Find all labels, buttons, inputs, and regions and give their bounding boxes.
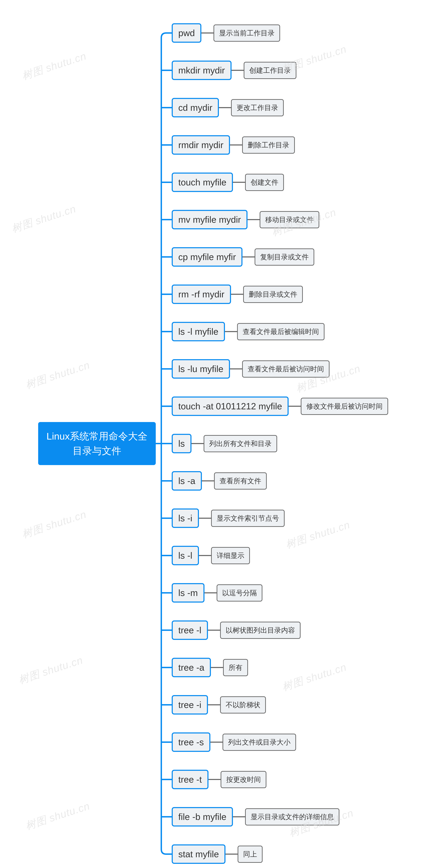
desc-node[interactable]: 更改工作目录 (231, 99, 284, 116)
root-line2: 目录与文件 (46, 443, 147, 458)
desc-node[interactable]: 显示目录或文件的详细信息 (245, 808, 339, 826)
desc-node[interactable]: 列出所有文件和目录 (204, 435, 277, 452)
cmd-node[interactable]: tree -l (172, 620, 208, 640)
desc-node[interactable]: 按更改时间 (220, 771, 266, 788)
cmd-node[interactable]: touch -at 01011212 myfile (172, 397, 288, 416)
desc-node[interactable]: 删除目录或文件 (243, 286, 303, 303)
desc-node[interactable]: 所有 (223, 659, 248, 676)
cmd-node[interactable]: mkdir mydir (172, 61, 232, 80)
cmd-node[interactable]: ls -lu myfile (172, 359, 230, 379)
desc-node[interactable]: 显示当前工作目录 (213, 25, 280, 42)
cmd-node[interactable]: tree -t (172, 770, 208, 789)
watermark: 树图 shutu.cn (17, 653, 85, 687)
cmd-node[interactable]: mv myfile mydir (172, 210, 247, 229)
desc-node[interactable]: 详细显示 (211, 547, 250, 564)
root-line1: Linux系统常用命令大全 (46, 429, 147, 443)
desc-node[interactable]: 创建工作目录 (244, 62, 297, 79)
desc-node[interactable]: 创建文件 (245, 174, 284, 191)
desc-node[interactable]: 列出文件或目录大小 (223, 734, 296, 751)
cmd-node[interactable]: touch myfile (172, 173, 233, 192)
desc-node[interactable]: 同上 (238, 846, 263, 863)
desc-node[interactable]: 以逗号分隔 (217, 584, 263, 601)
cmd-node[interactable]: rmdir mydir (172, 135, 230, 155)
cmd-node[interactable]: ls -a (172, 471, 202, 491)
desc-node[interactable]: 删除工作目录 (242, 136, 295, 154)
cmd-node[interactable]: rm -rf mydir (172, 284, 231, 304)
cmd-node[interactable]: cd mydir (172, 98, 219, 117)
desc-node[interactable]: 查看文件最后被访问时间 (242, 361, 330, 378)
desc-node[interactable]: 查看文件最后被编辑时间 (237, 323, 325, 340)
desc-node[interactable]: 以树状图列出目录内容 (220, 622, 301, 639)
desc-node[interactable]: 查看所有文件 (214, 472, 267, 490)
cmd-node[interactable]: ls (172, 434, 192, 453)
watermark: 树图 shutu.cn (280, 660, 348, 694)
cmd-node[interactable]: file -b myfile (172, 807, 233, 827)
cmd-node[interactable]: ls -l myfile (172, 322, 225, 341)
cmd-node[interactable]: ls -l (172, 546, 199, 565)
desc-node[interactable]: 不以阶梯状 (220, 696, 266, 713)
watermark: 树图 shutu.cn (10, 202, 78, 236)
cmd-node[interactable]: tree -a (172, 658, 211, 677)
cmd-node[interactable]: stat myfile (172, 844, 226, 864)
cmd-node[interactable]: tree -s (172, 733, 210, 752)
watermark: 树图 shutu.cn (24, 358, 92, 392)
desc-node[interactable]: 修改文件最后被访问时间 (301, 398, 388, 415)
watermark: 树图 shutu.cn (20, 507, 88, 541)
mindmap-canvas: Linux系统常用命令大全 目录与文件 pwd显示当前工作目录mkdir myd… (0, 0, 444, 868)
cmd-node[interactable]: tree -i (172, 695, 208, 715)
cmd-node[interactable]: ls -m (172, 583, 204, 602)
desc-node[interactable]: 移动目录或文件 (260, 211, 319, 228)
desc-node[interactable]: 显示文件索引节点号 (211, 510, 284, 527)
watermark: 树图 shutu.cn (24, 799, 92, 833)
cmd-node[interactable]: pwd (172, 23, 201, 43)
root-node[interactable]: Linux系统常用命令大全 目录与文件 (38, 422, 156, 465)
desc-node[interactable]: 复制目录或文件 (254, 248, 314, 266)
cmd-node[interactable]: cp myfile myfir (172, 247, 242, 267)
watermark: 树图 shutu.cn (284, 518, 352, 552)
watermark: 树图 shutu.cn (20, 49, 88, 83)
cmd-node[interactable]: ls -i (172, 508, 199, 528)
